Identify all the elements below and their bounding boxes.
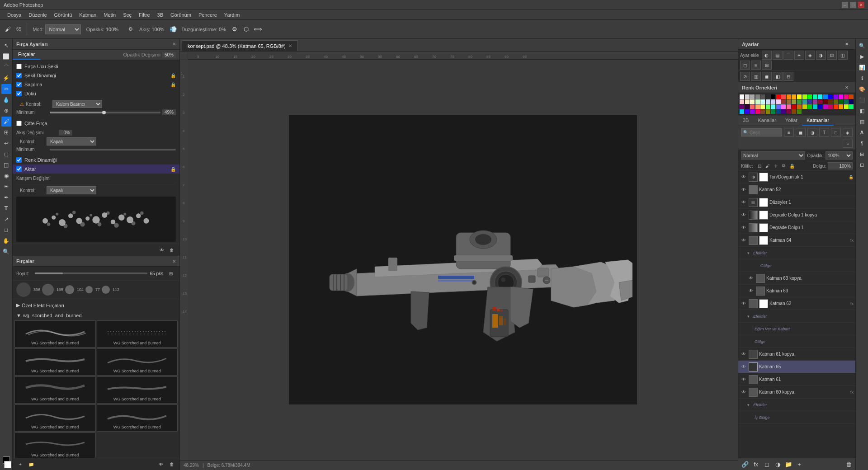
rightmost-swatches-button[interactable]: ⬛	[857, 95, 867, 105]
layer-item-k62[interactable]: 👁 Katman 62 fx	[738, 297, 855, 310]
color-swatch-43[interactable]	[849, 99, 854, 104]
tab-kanallar[interactable]: Kanallar	[753, 116, 780, 126]
brush-sample-3[interactable]	[85, 286, 93, 293]
filter-toggle-button[interactable]: ○	[843, 139, 853, 148]
adj-vibrance-button[interactable]: ◈	[805, 51, 815, 60]
layer-item-efektler-3[interactable]: ▾ Efektler	[738, 399, 855, 411]
menu-pencere[interactable]: Pencere	[195, 12, 221, 18]
layer-link-button[interactable]: 🔗	[740, 459, 750, 469]
adj-posterize-button[interactable]: ▥	[751, 72, 761, 81]
color-swatch-75[interactable]	[787, 109, 791, 114]
layer-item-efektler-2[interactable]: ▾ Efektler	[738, 310, 855, 323]
background-color[interactable]	[4, 461, 11, 468]
brushes-add-button[interactable]: +	[15, 459, 25, 469]
brush-item-checkbox-doku[interactable]	[16, 91, 22, 96]
mode-select[interactable]: Normal Çözündür Koyulaştır	[45, 24, 81, 34]
menu-duzenle[interactable]: Düzenle	[25, 12, 50, 18]
airbrush-button[interactable]: 💨	[168, 24, 178, 34]
layer-eye-k63k[interactable]: 👁	[747, 275, 755, 282]
rightmost-extra-button[interactable]: ⊡	[857, 160, 867, 170]
lock-all-button[interactable]: 🔒	[788, 162, 796, 169]
filter-text-button[interactable]: T	[819, 128, 829, 137]
menu-filtre[interactable]: Filtre	[135, 12, 153, 18]
lasso-tool[interactable]: ⌒	[1, 62, 11, 72]
blur-tool[interactable]: ◉	[1, 171, 11, 181]
menu-yardim[interactable]: Yardım	[221, 12, 244, 18]
magic-wand-tool[interactable]: ⚡	[1, 73, 11, 83]
rightmost-character-button[interactable]: A	[857, 127, 867, 137]
color-swatch-1[interactable]	[745, 94, 750, 99]
brush-item-doku[interactable]: Doku	[13, 89, 179, 98]
brush-item-sacilma[interactable]: Saçılma 🔒	[13, 80, 179, 89]
color-swatch-39[interactable]	[828, 99, 833, 104]
adj-levels-button[interactable]: ▤	[773, 51, 783, 60]
color-swatch-70[interactable]	[760, 109, 765, 114]
hand-tool[interactable]: ✋	[1, 236, 11, 246]
color-panel-close[interactable]: ✕	[842, 83, 852, 93]
brush-sample-2[interactable]	[65, 285, 74, 294]
maximize-button[interactable]: □	[850, 2, 856, 8]
layer-item-degrade[interactable]: 👁 Degrade Dolgu 1	[738, 221, 855, 234]
color-swatch-44[interactable]	[740, 104, 744, 109]
color-swatch-4[interactable]	[760, 94, 765, 99]
brush-thumb-7[interactable]: WG Scorched and Burned	[97, 404, 178, 432]
layer-item-golge-1[interactable]: Gölge	[738, 259, 855, 272]
brush-sample-1[interactable]	[42, 284, 54, 296]
adj-bw-button[interactable]: ◫	[838, 51, 848, 60]
layer-item-k64[interactable]: 👁 Katman 64 fx	[738, 234, 855, 247]
close-button[interactable]: ✕	[858, 2, 864, 8]
layer-eye-k52[interactable]: 👁	[740, 186, 747, 193]
color-swatch-32[interactable]	[792, 99, 796, 104]
brush-thumb-8[interactable]: WG Scorched and Burned	[14, 432, 96, 458]
color-swatch-71[interactable]	[766, 109, 770, 114]
adj-curves-button[interactable]: ⌒	[783, 51, 793, 60]
color-swatch-11[interactable]	[797, 94, 802, 99]
brush-angle-button[interactable]: ⬡	[241, 24, 251, 34]
color-swatch-9[interactable]	[787, 94, 791, 99]
flow-control-select[interactable]: Kapalı Kalem Basıncı	[47, 137, 96, 146]
color-swatch-21[interactable]	[849, 94, 854, 99]
lock-transparent-button[interactable]: ⊡	[756, 162, 763, 169]
color-swatch-63[interactable]	[839, 104, 843, 109]
color-swatch-28[interactable]	[771, 99, 775, 104]
canvas-viewport[interactable]	[188, 60, 738, 460]
tab-close-button[interactable]: ✕	[288, 43, 292, 48]
color-swatch-37[interactable]	[818, 99, 822, 104]
eraser-tool[interactable]: ◻	[1, 149, 11, 159]
text-tool[interactable]: T	[1, 203, 11, 213]
brush-thumb-3[interactable]: WG Scorched and Burned	[97, 348, 178, 376]
layer-item-ton-doygunluk[interactable]: 👁 ◑ Ton/Doygunluk 1 🔒	[738, 171, 855, 183]
color-swatch-65[interactable]	[849, 104, 854, 109]
brush-item-firca-ucu[interactable]: Fırça Ucu Şekli	[13, 62, 179, 71]
color-swatch-69[interactable]	[755, 109, 760, 114]
brush-thumb-5[interactable]: WG Scorched and Burned	[97, 376, 178, 404]
brushes-close-icon[interactable]: ✕	[172, 259, 176, 264]
layer-eye-degrade-kopya[interactable]: 👁	[740, 212, 747, 219]
color-swatch-35[interactable]	[807, 99, 812, 104]
color-swatch-60[interactable]	[823, 104, 828, 109]
wg-category-header[interactable]: ▼ wg_scorched_and_burned	[14, 311, 178, 320]
brushes-pressure-button[interactable]: ⊞	[166, 268, 176, 278]
layers-opacity-select[interactable]: 100%	[826, 151, 853, 160]
color-swatch-15[interactable]	[818, 94, 822, 99]
brush-item-checkbox-firca-ucu[interactable]	[16, 64, 22, 69]
eyedropper-tool[interactable]: 💧	[1, 95, 11, 105]
special-effects-header[interactable]: ▶ Özel Efekt Fırçaları	[14, 301, 178, 310]
color-swatch-76[interactable]	[792, 109, 796, 114]
brushes-folder-button[interactable]: 📁	[26, 459, 36, 469]
brush-item-checkbox-sekil[interactable]	[16, 73, 22, 78]
color-swatch-64[interactable]	[844, 104, 849, 109]
brush-item-aktar[interactable]: Aktar 🔒	[13, 164, 179, 174]
color-swatch-24[interactable]	[750, 99, 755, 104]
lock-position-button[interactable]: ✛	[772, 162, 779, 169]
rightmost-gradient-button[interactable]: ◧	[857, 106, 867, 116]
adj-threshold-button[interactable]: ◼	[762, 72, 772, 81]
minimum-slider[interactable]	[50, 112, 160, 113]
color-swatch-12[interactable]	[802, 94, 807, 99]
rightmost-color-button[interactable]: 🎨	[857, 84, 867, 94]
shape-tool[interactable]: □	[1, 225, 11, 235]
brush-thumb-2[interactable]: WG Scorched and Burned	[14, 348, 96, 376]
adj-colorbal-button[interactable]: ⊡	[827, 51, 837, 60]
layer-item-k52[interactable]: 👁 Katman 52	[738, 183, 855, 196]
menu-dosya[interactable]: Dosya	[4, 12, 25, 18]
